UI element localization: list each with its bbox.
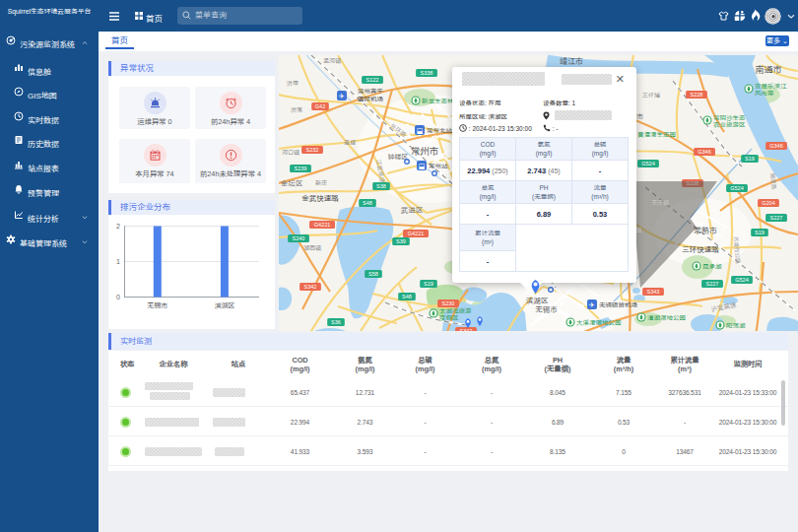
svg-text:漕湖湿地公园: 漕湖湿地公园 (647, 314, 686, 321)
svg-text:常州奔牛: 常州奔牛 (358, 88, 384, 95)
svg-text:G346: G346 (769, 143, 782, 149)
svg-text:G42: G42 (315, 103, 325, 109)
svg-text:黄潭港生态园: 黄潭港生态园 (637, 131, 676, 138)
svg-text:✈: ✈ (339, 93, 345, 100)
svg-text:无锡市: 无锡市 (147, 301, 167, 309)
svg-text:金武快速路: 金武快速路 (301, 194, 339, 203)
svg-text:0: 0 (116, 294, 120, 300)
svg-text:S239: S239 (295, 166, 307, 171)
svg-text:靖江市: 靖江市 (560, 57, 583, 66)
svg-text:G524: G524 (735, 277, 748, 283)
svg-text:滨湖区: 滨湖区 (214, 301, 234, 309)
svg-text:✈: ✈ (589, 301, 595, 308)
svg-text:宜居乐滨江: 宜居乐滨江 (755, 83, 787, 90)
svg-text:新龙生态林: 新龙生态林 (422, 98, 454, 104)
svg-text:G524: G524 (641, 161, 654, 166)
svg-text:S227: S227 (770, 215, 783, 221)
svg-text:常州北站: 常州北站 (427, 127, 453, 134)
svg-text:洪甲: 洪甲 (287, 81, 299, 87)
svg-text:G4221: G4221 (314, 222, 331, 228)
svg-text:S232: S232 (306, 147, 319, 153)
svg-text:S230: S230 (442, 300, 455, 306)
svg-text:S39: S39 (396, 238, 406, 244)
svg-text:常熟市: 常熟市 (694, 226, 717, 235)
svg-text:G204: G204 (762, 200, 774, 206)
svg-text:阳荡湖: 阳荡湖 (726, 322, 746, 329)
svg-text:常州市: 常州市 (411, 146, 439, 157)
svg-text:S48: S48 (402, 294, 412, 299)
svg-text:S19: S19 (424, 281, 433, 287)
svg-text:常州站: 常州站 (429, 163, 448, 169)
svg-text:昆承湖: 昆承湖 (702, 263, 722, 270)
svg-text:⬓: ⬓ (417, 127, 424, 134)
svg-text:S58: S58 (368, 271, 378, 277)
svg-text:度假区: 度假区 (439, 314, 459, 321)
svg-text:常阴沙生态: 常阴沙生态 (713, 114, 746, 121)
svg-text:湖西镇: 湖西镇 (303, 244, 321, 251)
svg-text:S36: S36 (331, 319, 341, 325)
svg-text:G346: G346 (698, 149, 710, 155)
svg-text:连塘: 连塘 (344, 139, 356, 146)
svg-text:新庄: 新庄 (315, 179, 327, 186)
svg-text:风光带: 风光带 (755, 90, 774, 97)
svg-text:大溪港湿地公园: 大溪港湿地公园 (576, 319, 622, 326)
svg-text:农业旅游区: 农业旅游区 (713, 121, 746, 128)
svg-text:王庄镇: 王庄镇 (651, 199, 669, 206)
svg-text:S240: S240 (293, 235, 305, 241)
svg-text:武进区: 武进区 (401, 206, 424, 215)
svg-text:S338: S338 (421, 70, 433, 76)
svg-text:S342: S342 (460, 328, 473, 331)
svg-text:S48: S48 (363, 200, 372, 206)
svg-text:S228: S228 (691, 92, 703, 98)
svg-text:孟河镇: 孟河镇 (323, 57, 341, 64)
svg-text:G4221: G4221 (408, 231, 425, 236)
svg-text:S227: S227 (706, 281, 719, 287)
svg-text:1: 1 (116, 258, 120, 265)
svg-text:无锡硕放机场: 无锡硕放机场 (599, 301, 638, 308)
svg-text:太湖湾旅游: 太湖湾旅游 (439, 307, 472, 314)
svg-text:S19: S19 (755, 230, 765, 235)
svg-text:洪荡: 洪荡 (291, 107, 302, 113)
svg-text:河口镇: 河口镇 (282, 149, 299, 156)
svg-text:南通市: 南通市 (755, 65, 781, 75)
svg-text:金坛区: 金坛区 (281, 179, 303, 188)
svg-text:无锡市: 无锡市 (535, 305, 558, 314)
svg-text:S19: S19 (745, 156, 755, 162)
svg-text:三仟埔: 三仟埔 (642, 92, 660, 99)
svg-text:国际机场: 国际机场 (358, 96, 384, 102)
svg-text:滨湖区: 滨湖区 (526, 297, 549, 305)
svg-text:S38: S38 (376, 183, 386, 189)
svg-text:⬓: ⬓ (419, 163, 426, 169)
svg-text:2: 2 (116, 223, 120, 230)
svg-text:三环快速路: 三环快速路 (682, 245, 719, 254)
svg-text:G524: G524 (730, 185, 743, 191)
svg-text:S342: S342 (304, 284, 317, 290)
svg-text:S122: S122 (366, 77, 379, 83)
svg-text:S343: S343 (647, 289, 660, 295)
